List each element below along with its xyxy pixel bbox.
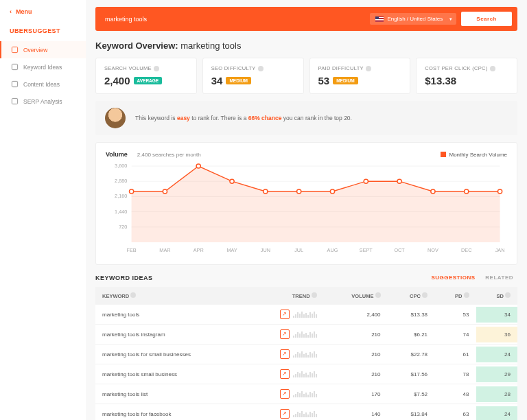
nav-label: Overview xyxy=(23,47,47,54)
overview-icon xyxy=(11,46,19,54)
svg-point-23 xyxy=(431,189,435,194)
brand-title: UBERSUGGEST xyxy=(0,25,86,41)
svg-text:2,880: 2,880 xyxy=(115,178,127,184)
table-row[interactable]: marketing tools for facebook ↗ 140 $13.8… xyxy=(95,404,517,421)
cell-sd: 24 xyxy=(476,345,518,364)
tab-suggestions[interactable]: SUGGESTIONS xyxy=(427,273,479,282)
col-pd[interactable]: PD xyxy=(434,287,476,305)
info-icon[interactable] xyxy=(258,66,264,71)
page-title: Keyword Overview: marketing tools xyxy=(95,40,517,51)
expand-icon[interactable]: ↗ xyxy=(280,310,290,319)
cell-cpc: $7.52 xyxy=(388,384,435,404)
svg-text:JAN: JAN xyxy=(495,248,505,253)
svg-text:APR: APR xyxy=(194,248,204,253)
cell-cpc: $13.38 xyxy=(388,305,435,325)
keyword-ideas-icon xyxy=(11,63,19,71)
keyword-ideas-section: KEYWORD IDEAS SUGGESTIONS RELATED KEYWOR… xyxy=(95,275,517,420)
info-icon xyxy=(505,292,511,298)
chart-subtitle: 2,400 searches per month xyxy=(137,152,201,158)
card-cpc: COST PER CLICK (CPC) $13.38 xyxy=(416,58,517,94)
svg-text:3,600: 3,600 xyxy=(115,163,127,169)
sidebar-item-serp-analysis[interactable]: SERP Analysis xyxy=(0,93,86,110)
cell-pd: 74 xyxy=(434,325,476,345)
info-icon[interactable] xyxy=(366,66,371,71)
search-bar: English / United States Search xyxy=(95,7,517,31)
sparkline xyxy=(293,331,317,338)
badge-medium: MEDIUM xyxy=(333,77,358,84)
col-keyword[interactable]: KEYWORD xyxy=(95,287,248,305)
table-row[interactable]: marketing tools for small businesses ↗ 2… xyxy=(95,345,517,364)
table-row[interactable]: marketing tools instagram ↗ 210 $6.21 74… xyxy=(95,325,517,345)
svg-point-18 xyxy=(264,189,268,194)
svg-text:2,160: 2,160 xyxy=(115,194,127,200)
sparkline xyxy=(293,410,317,417)
metric-cards: SEARCH VOLUME 2,400AVERAGE SEO DIFFICULT… xyxy=(95,58,517,94)
sidebar-item-overview[interactable]: Overview xyxy=(0,41,86,58)
col-volume[interactable]: VOLUME xyxy=(324,287,388,305)
cell-trend: ↗ xyxy=(248,325,323,345)
svg-point-17 xyxy=(230,179,234,183)
card-paid-difficulty: PAID DIFFICULTY 53MEDIUM xyxy=(309,58,411,94)
badge-average: AVERAGE xyxy=(134,77,163,84)
svg-point-14 xyxy=(129,189,133,194)
menu-label: Menu xyxy=(16,8,32,15)
svg-text:FEB: FEB xyxy=(127,248,137,253)
cell-volume: 210 xyxy=(324,325,388,345)
avatar xyxy=(105,108,126,128)
svg-text:MAR: MAR xyxy=(159,248,170,253)
svg-text:JUN: JUN xyxy=(261,248,270,253)
expand-icon[interactable]: ↗ xyxy=(280,329,290,339)
table-row[interactable]: marketing tools ↗ 2,400 $13.38 53 34 xyxy=(95,305,517,325)
menu-button[interactable]: ‹ Menu xyxy=(0,8,86,25)
flag-icon xyxy=(375,16,384,22)
cell-volume: 170 xyxy=(324,384,388,404)
keyword-ideas-table: KEYWORD TREND VOLUME CPC PD SD marketing… xyxy=(95,287,517,420)
main-content: English / United States Search Keyword O… xyxy=(86,0,527,420)
cell-keyword: marketing tools xyxy=(95,305,248,325)
tab-related[interactable]: RELATED xyxy=(481,273,517,282)
cell-trend: ↗ xyxy=(248,364,323,384)
expand-icon[interactable]: ↗ xyxy=(280,389,290,399)
search-input[interactable] xyxy=(101,13,365,25)
col-trend[interactable]: TREND xyxy=(248,287,323,305)
svg-text:MAY: MAY xyxy=(226,248,237,253)
chevron-left-icon: ‹ xyxy=(10,8,12,15)
svg-text:1,440: 1,440 xyxy=(115,209,127,215)
card-search-volume: SEARCH VOLUME 2,400AVERAGE xyxy=(95,58,197,94)
col-sd[interactable]: SD xyxy=(476,287,518,305)
svg-point-21 xyxy=(364,179,368,183)
badge-medium: MEDIUM xyxy=(226,77,250,84)
sidebar-item-content-ideas[interactable]: Content Ideas xyxy=(0,75,86,93)
svg-rect-2 xyxy=(12,81,17,86)
expand-icon[interactable]: ↗ xyxy=(280,409,290,419)
sparkline xyxy=(293,311,317,318)
info-icon xyxy=(464,292,469,298)
expand-icon[interactable]: ↗ xyxy=(280,349,290,359)
svg-point-25 xyxy=(497,189,502,194)
expand-icon[interactable]: ↗ xyxy=(280,369,290,379)
table-row[interactable]: marketing tools small business ↗ 210 $17… xyxy=(95,364,517,384)
language-select[interactable]: English / United States xyxy=(370,13,456,25)
cell-pd: 53 xyxy=(434,305,476,325)
svg-rect-3 xyxy=(12,98,17,104)
section-title: KEYWORD IDEAS xyxy=(95,275,153,281)
cell-pd: 48 xyxy=(434,384,476,404)
cell-keyword: marketing tools instagram xyxy=(95,325,248,345)
info-icon[interactable] xyxy=(154,66,159,71)
search-button[interactable]: Search xyxy=(461,12,512,26)
svg-text:DEC: DEC xyxy=(461,248,471,253)
table-row[interactable]: marketing tools list ↗ 170 $7.52 48 28 xyxy=(95,384,517,404)
sidebar-item-keyword-ideas[interactable]: Keyword Ideas xyxy=(0,58,86,75)
nav-label: Content Ideas xyxy=(23,81,60,88)
card-seo-difficulty: SEO DIFFICULTY 34MEDIUM xyxy=(202,58,304,94)
cell-pd: 78 xyxy=(434,364,476,384)
col-cpc[interactable]: CPC xyxy=(388,287,435,305)
cell-volume: 140 xyxy=(324,404,388,421)
chart-title: Volume xyxy=(106,151,128,158)
cell-cpc: $22.78 xyxy=(388,345,435,364)
info-icon[interactable] xyxy=(490,66,495,71)
svg-text:AUG: AUG xyxy=(327,248,338,253)
cell-cpc: $17.56 xyxy=(388,364,435,384)
cell-trend: ↗ xyxy=(248,384,323,404)
info-icon xyxy=(130,292,136,298)
